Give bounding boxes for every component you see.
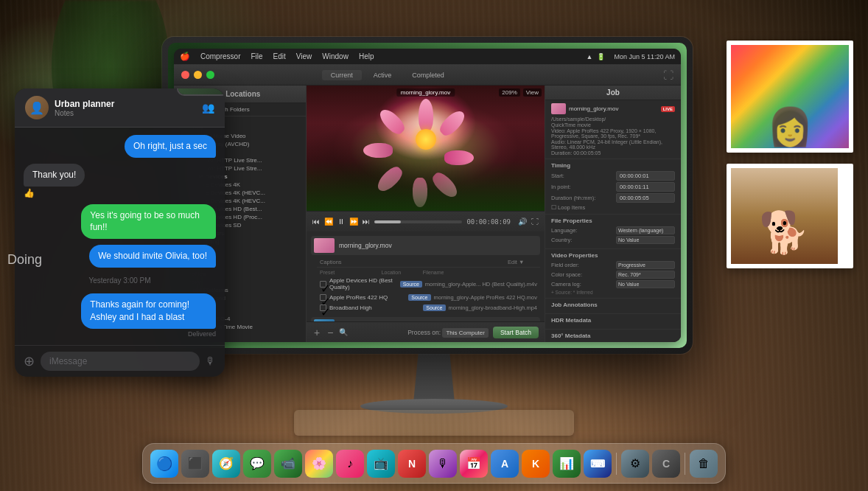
loop-items-checkbox[interactable]: ☐ Loop Items (551, 204, 675, 211)
message-input[interactable]: iMessage (41, 352, 200, 371)
apple-menu[interactable]: 🍎 (180, 52, 190, 61)
country-select[interactable]: No Value (616, 236, 675, 244)
video-call-thumbnail[interactable]: 📹 (177, 88, 225, 96)
timeline-scrubber[interactable] (374, 220, 462, 223)
duration-input[interactable]: 00:00:05:05 (616, 193, 675, 203)
timestamp-yesterday: Yesterday 3:00 PM (24, 276, 216, 285)
menu-window[interactable]: Window (319, 52, 351, 60)
message-list: Oh right, just a sec Thank you! 👍 Yes it… (15, 128, 225, 345)
dock-icon-trash[interactable]: 🗑 (690, 450, 718, 478)
dock-icon-launchpad[interactable]: ⬛ (181, 450, 209, 478)
dock-icon-compressor[interactable]: C (652, 450, 680, 478)
bubble-olivia: We should invite Olivia, too! (89, 245, 216, 268)
skip-start-btn[interactable]: ⏮ (312, 217, 320, 226)
dock-icon-photos[interactable]: 🌸 (305, 450, 333, 478)
apps-icon[interactable]: ⊕ (24, 353, 35, 369)
output-checkbox-3[interactable]: ✓ (320, 304, 326, 311)
dock-icon-numbers[interactable]: 📊 (553, 450, 581, 478)
video-properties-title: Video Properties (551, 252, 675, 259)
zoom-level[interactable]: 209% (499, 88, 519, 97)
tab-current[interactable]: Current (322, 70, 362, 80)
menu-compressor[interactable]: Compressor (197, 52, 243, 60)
message-fun: Yes it's going to be so much fun!! (24, 204, 216, 240)
menu-file[interactable]: File (248, 52, 265, 60)
dock-icon-appstore[interactable]: A (491, 450, 519, 478)
dock-icon-keynote[interactable]: K (522, 450, 550, 478)
finder-icon: 🔵 (156, 456, 172, 472)
language-select[interactable]: Western (language) (616, 226, 675, 234)
batch-tab-locations[interactable]: Locations (221, 88, 265, 100)
output-checkbox-1[interactable]: ✓ (320, 281, 326, 288)
job-annotations-title: Job Annotations (551, 302, 675, 308)
output-checkbox-2[interactable]: ✓ (320, 294, 326, 301)
timing-in-row: In point: 00:00:01:11 (551, 182, 675, 192)
audio-info: Audio: Linear PCM, 24-bit Integer (Littl… (551, 139, 675, 150)
menu-view[interactable]: View (293, 52, 315, 60)
keynote-icon: K (532, 458, 539, 470)
minimize-button[interactable] (194, 71, 202, 79)
in-point-label: In point: (551, 184, 595, 190)
contacts-icon[interactable]: 👥 (202, 102, 214, 114)
zoom-button[interactable] (206, 71, 214, 79)
dog-figure: 🐕 (759, 209, 810, 257)
country-row: Country: No Value (551, 236, 675, 244)
add-job-btn[interactable]: + (312, 327, 321, 338)
job-section-morning-glory: morning_glory.mov Captions Edit ▼ (311, 236, 540, 313)
output-row-broadband[interactable]: ✓ Broadband High Source morning_glory-br… (317, 303, 540, 313)
color-space-select[interactable]: Rec. 709* (616, 271, 675, 279)
output-row-hd-best[interactable]: ✓ Apple Devices HD (Best Quality) Source… (317, 276, 540, 292)
dock-icon-music[interactable]: ♪ (336, 450, 364, 478)
skip-end-btn[interactable]: ⏭ (363, 217, 370, 226)
dock-icon-finder[interactable]: 🔵 (150, 450, 178, 478)
tab-completed[interactable]: Completed (403, 70, 453, 80)
message-thank-you: Thank you! 👍 (24, 164, 216, 198)
avatar-face: 👤 (29, 101, 44, 115)
fullscreen-icon[interactable]: ⛶ (531, 217, 539, 226)
dock-icon-podcasts[interactable]: 🎙 (429, 450, 457, 478)
camera-log-label: Camera log: (551, 281, 595, 288)
in-point-input[interactable]: 00:00:01:11 (616, 182, 675, 192)
dock-icon-xcode[interactable]: ⌨ (584, 450, 612, 478)
window-tabs: Current Active Completed (322, 70, 453, 80)
dock-icon-calendar[interactable]: 📅 (460, 450, 488, 478)
job-outputs-morning: Captions Edit ▼ Preset Location Filename (311, 257, 540, 313)
dock-icon-messages[interactable]: 💬 (243, 450, 271, 478)
view-btn[interactable]: View (523, 88, 542, 97)
mic-icon[interactable]: 🎙 (206, 355, 216, 367)
menu-help[interactable]: Help (356, 52, 377, 60)
camera-log-select[interactable]: No Value (616, 280, 675, 288)
rewind-btn[interactable]: ⏪ (324, 217, 333, 226)
remove-job-btn[interactable]: − (326, 327, 335, 338)
contact-avatar: 👤 (25, 96, 49, 119)
start-input[interactable]: 00:00:00:01 (616, 171, 675, 181)
compressor-window[interactable]: 🍎 Compressor File Edit View Window Help … (174, 49, 681, 342)
menu-edit[interactable]: Edit (270, 52, 289, 60)
jobs-area[interactable]: morning_glory.mov Captions Edit ▼ (307, 231, 545, 321)
settings-icon: ⚙ (630, 456, 640, 470)
tab-active[interactable]: Active (365, 70, 401, 80)
dock-icon-settings[interactable]: ⚙ (621, 450, 649, 478)
job-properties-panel: Job morning_glory.mov LIVE /Users/sample… (545, 86, 681, 342)
dock-icon-tv[interactable]: 📺 (367, 450, 395, 478)
job-header-morning[interactable]: morning_glory.mov (311, 236, 540, 255)
timecode-display: 00:00:08:09 (466, 218, 511, 226)
petal-1 (419, 99, 433, 132)
start-batch-button[interactable]: Start Batch (493, 327, 539, 338)
field-order-select[interactable]: Progressive (616, 261, 675, 269)
dock-icon-facetime[interactable]: 📹 (274, 450, 302, 478)
bubble-thank-you: Thank you! (24, 164, 85, 187)
battery-icon: 🔋 (597, 53, 605, 60)
search-icon[interactable]: 🔍 (339, 328, 348, 336)
output-row-prores[interactable]: ✓ Apple ProRes 422 HQ Source morning_glo… (317, 293, 540, 302)
maximize-icon[interactable]: ⛶ (663, 69, 673, 81)
dock-icon-news[interactable]: N (398, 450, 426, 478)
volume-icon[interactable]: 🔊 (518, 217, 527, 226)
play-pause-btn[interactable]: ⏸ (337, 217, 345, 226)
facetime-icon: 📹 (281, 456, 295, 470)
job-thumbnail (314, 238, 335, 253)
process-computer-select[interactable]: This Computer (442, 328, 488, 338)
wifi-icon: ▲ (587, 53, 593, 60)
close-button[interactable] (181, 71, 189, 79)
dock-icon-safari[interactable]: 🧭 (212, 450, 240, 478)
fast-forward-btn[interactable]: ⏩ (349, 217, 358, 226)
